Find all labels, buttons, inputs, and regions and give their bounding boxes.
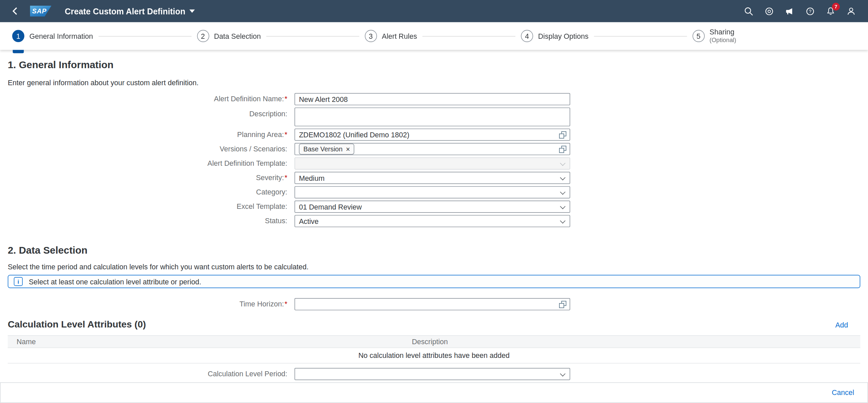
wizard-step-data-selection[interactable]: 2 Data Selection [197, 30, 261, 42]
search-icon[interactable] [743, 6, 753, 16]
field-row-versions-scenarios: Versions / Scenarios: Base Version × [8, 143, 860, 155]
shell-actions: ? 7 [743, 6, 860, 16]
shell-header: SAP Create Custom Alert Definition [0, 0, 868, 22]
alert-definition-name-input[interactable]: New Alert 2008 [294, 93, 570, 105]
step-number: 5 [692, 30, 705, 42]
field-row-description: Description: [8, 108, 860, 126]
field-row-alert-definition-template: Alert Definition Template: [8, 157, 860, 169]
token-text: Base Version [304, 145, 343, 153]
calculation-level-period-select[interactable] [294, 368, 570, 380]
data-selection-form-bottom: Calculation Level Period: [8, 368, 860, 380]
step-connector [267, 36, 359, 36]
table-column-description: Description [412, 338, 860, 346]
wizard-current-step-indicator [13, 50, 24, 53]
step-number: 4 [521, 30, 533, 42]
general-information-form: Alert Definition Name:* New Alert 2008 D… [8, 93, 860, 227]
category-select[interactable] [294, 186, 570, 198]
info-message-strip: i Select at least one calculation level … [8, 275, 860, 288]
table-column-name: Name [8, 338, 412, 346]
chevron-down-icon [560, 189, 565, 195]
calculation-level-attributes-header: Calculation Level Attributes (0) Add [8, 319, 860, 330]
app-viewport: SAP Create Custom Alert Definition [0, 0, 868, 403]
calculation-level-attributes-title: Calculation Level Attributes (0) [8, 319, 146, 330]
value-help-icon[interactable] [559, 146, 566, 153]
section-heading-data-selection: 2. Data Selection [8, 244, 860, 257]
planning-area-input[interactable]: ZDEMO1802 (Unified Demo 1802) [294, 128, 570, 141]
copilot-icon[interactable] [764, 6, 774, 16]
wizard-step-general-information[interactable]: 1 General Information [12, 30, 93, 42]
chevron-down-icon [560, 175, 565, 180]
user-icon[interactable] [846, 6, 856, 16]
excel-template-label: Excel Template: [8, 201, 287, 212]
chevron-down-icon [560, 203, 565, 209]
wizard-step-alert-rules[interactable]: 3 Alert Rules [365, 30, 417, 42]
excel-template-select[interactable]: 01 Demand Review [294, 201, 570, 212]
description-textarea[interactable] [294, 108, 570, 126]
value-help-icon[interactable] [559, 131, 566, 139]
information-icon: i [14, 277, 23, 286]
calculation-level-period-label: Calculation Level Period: [8, 368, 287, 380]
svg-text:?: ? [809, 8, 811, 14]
planning-area-value: ZDEMO1802 (Unified Demo 1802) [299, 131, 409, 139]
general-information-intro: Enter general information about your cus… [8, 79, 860, 88]
alert-definition-name-value: New Alert 2008 [299, 95, 347, 103]
time-horizon-label: Time Horizon:* [8, 298, 287, 310]
sap-logo: SAP [30, 6, 52, 17]
notifications-icon[interactable]: 7 [825, 6, 835, 16]
field-row-calculation-level-period: Calculation Level Period: [8, 368, 860, 380]
section-heading-general-information: 1. General Information [8, 58, 860, 71]
field-row-planning-area: Planning Area:* ZDEMO1802 (Unified Demo … [8, 128, 860, 141]
wizard-step-display-options[interactable]: 4 Display Options [521, 30, 588, 42]
back-button[interactable] [8, 4, 22, 18]
data-selection-intro: Select the time period and calculation l… [8, 263, 860, 272]
step-label: Display Options [538, 32, 589, 40]
required-marker: * [284, 130, 287, 139]
required-marker: * [284, 95, 287, 103]
chevron-down-icon [560, 371, 565, 376]
alert-definition-template-label: Alert Definition Template: [8, 157, 287, 169]
status-label: Status: [8, 215, 287, 227]
data-selection-form-top: Time Horizon:* [8, 298, 860, 310]
footer-bar: Cancel [0, 382, 868, 403]
step-number: 1 [12, 30, 24, 42]
status-select[interactable]: Active [294, 215, 570, 227]
step-sublabel: (Optional) [709, 36, 736, 44]
calculation-level-attributes-table: Name Description No calculation level at… [8, 335, 860, 364]
planning-area-label: Planning Area:* [8, 128, 287, 141]
help-icon[interactable]: ? [805, 6, 815, 16]
token-base-version[interactable]: Base Version × [299, 143, 354, 154]
excel-template-value: 01 Demand Review [299, 202, 362, 211]
value-help-icon[interactable] [559, 301, 566, 308]
add-attribute-button[interactable]: Add [835, 320, 848, 329]
description-label: Description: [8, 108, 287, 119]
step-connector [423, 36, 516, 36]
wizard-step-sharing[interactable]: 5 Sharing (Optional) [692, 28, 736, 44]
table-header-row: Name Description [8, 335, 860, 348]
required-marker: * [284, 173, 287, 182]
wizard-progress-bar: 1 General Information 2 Data Selection 3… [0, 22, 868, 50]
time-horizon-input[interactable] [294, 298, 570, 310]
alert-definition-template-select [294, 157, 570, 169]
field-row-excel-template: Excel Template: 01 Demand Review [8, 201, 860, 212]
chevron-down-icon [189, 9, 195, 13]
chevron-down-icon [560, 218, 565, 224]
field-row-category: Category: [8, 186, 860, 198]
app-title-text: Create Custom Alert Definition [65, 6, 185, 16]
announcement-icon[interactable] [784, 6, 795, 16]
cancel-button[interactable]: Cancel [832, 388, 854, 397]
chevron-left-icon [12, 7, 18, 16]
severity-label: Severity:* [8, 172, 287, 184]
versions-scenarios-multiinput[interactable]: Base Version × [294, 143, 570, 155]
step-label: General Information [29, 32, 93, 40]
step-connector [594, 36, 687, 36]
step-label: Sharing [709, 28, 736, 36]
severity-select[interactable]: Medium [294, 172, 570, 184]
table-empty-message: No calculation level attributes have bee… [8, 348, 860, 363]
field-row-alert-definition-name: Alert Definition Name:* New Alert 2008 [8, 93, 860, 105]
required-marker: * [284, 300, 287, 308]
step-label: Data Selection [214, 32, 261, 40]
severity-value: Medium [299, 174, 324, 182]
notification-count-badge: 7 [832, 3, 840, 10]
app-title[interactable]: Create Custom Alert Definition [65, 6, 195, 16]
token-remove-icon[interactable]: × [346, 145, 350, 153]
